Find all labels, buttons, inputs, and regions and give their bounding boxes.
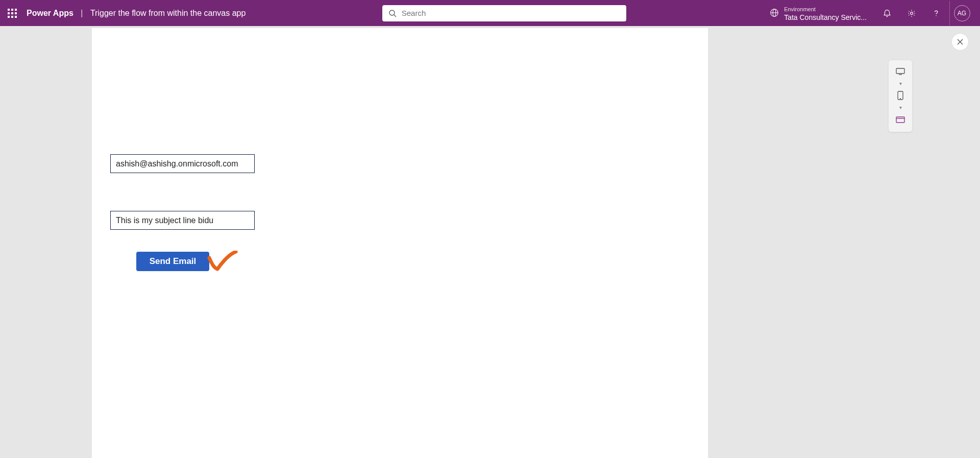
email-input[interactable] [116, 159, 249, 168]
settings-button[interactable] [900, 1, 923, 26]
gear-icon [907, 9, 916, 18]
environment-label: Environment [784, 6, 816, 12]
stage: Send Email ▾ ▾ [0, 28, 980, 458]
device-fit-button[interactable] [892, 113, 909, 126]
svg-rect-11 [896, 117, 904, 123]
mobile-icon [897, 91, 903, 100]
user-avatar: AG [954, 5, 970, 21]
email-field[interactable] [110, 154, 255, 173]
environment-text: Environment Tata Consultancy Servic... [784, 4, 867, 22]
close-preview-button[interactable] [951, 33, 969, 51]
environment-name: Tata Consultancy Servic... [784, 13, 867, 22]
search-input[interactable] [402, 9, 620, 17]
brand-separator: | [81, 9, 83, 17]
page-title: Trigger the flow from within the canvas … [90, 9, 246, 17]
environment-icon [770, 8, 779, 17]
help-icon [932, 9, 941, 18]
app-canvas: Send Email [92, 28, 708, 458]
avatar-initials: AG [958, 10, 966, 17]
help-button[interactable] [925, 1, 947, 26]
fit-window-icon [896, 116, 905, 123]
monitor-icon [896, 68, 905, 75]
svg-point-0 [389, 10, 395, 15]
svg-line-1 [394, 15, 396, 17]
device-desktop-button[interactable] [892, 65, 909, 78]
search-box[interactable] [382, 5, 626, 21]
svg-rect-7 [896, 68, 904, 74]
chevron-down-icon[interactable]: ▾ [899, 105, 902, 110]
notifications-button[interactable] [876, 1, 898, 26]
svg-point-6 [936, 15, 937, 16]
close-icon [957, 38, 964, 45]
brand-name[interactable]: Power Apps [27, 9, 74, 17]
app-header: Power Apps | Trigger the flow from withi… [0, 0, 980, 26]
app-launcher-button[interactable] [0, 1, 24, 26]
subject-input[interactable] [116, 216, 249, 225]
subject-field[interactable] [110, 211, 255, 230]
send-email-button[interactable]: Send Email [136, 252, 209, 271]
chevron-down-icon[interactable]: ▾ [899, 81, 902, 86]
device-mobile-button[interactable] [892, 89, 909, 102]
account-button[interactable]: AG [949, 1, 974, 26]
svg-point-5 [911, 12, 913, 14]
search-wrap [246, 5, 763, 21]
bell-icon [883, 9, 892, 18]
environment-picker[interactable]: Environment Tata Consultancy Servic... [763, 4, 874, 22]
header-brand: Power Apps | Trigger the flow from withi… [27, 9, 246, 18]
device-preview-panel: ▾ ▾ [888, 60, 913, 132]
header-right: Environment Tata Consultancy Servic... A… [763, 1, 974, 26]
waffle-icon [8, 9, 17, 18]
search-icon [388, 9, 397, 17]
checkmark-annotation-icon [207, 251, 238, 272]
